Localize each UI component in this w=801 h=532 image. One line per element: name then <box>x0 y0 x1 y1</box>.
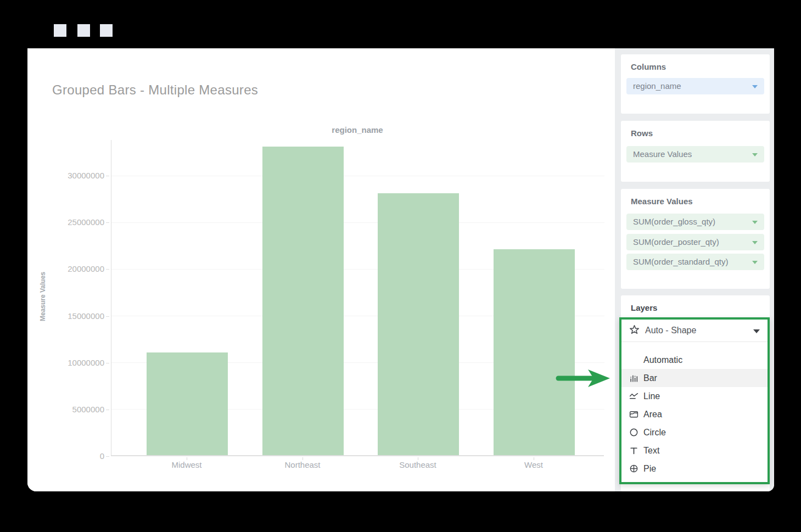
caret-down-icon[interactable] <box>752 85 758 88</box>
y-tick-mark <box>106 176 109 176</box>
pill-label: SUM(order_standard_qty) <box>633 257 728 266</box>
y-tick-mark <box>106 316 109 317</box>
x-tick-label: Southeast <box>374 460 462 469</box>
columns-shelf: Columns region_name <box>621 54 770 114</box>
shape-option-line[interactable]: Line <box>621 387 768 405</box>
shape-option-text[interactable]: Text <box>621 441 768 460</box>
shape-option-label: Bar <box>643 373 657 383</box>
line-chart-icon <box>629 391 643 401</box>
columns-shelf-title: Columns <box>631 62 666 71</box>
caret-down-icon[interactable] <box>752 221 758 224</box>
bar-chart-icon <box>629 373 643 383</box>
x-axis-dimension-label: region_name <box>111 125 604 135</box>
rows-pill-measure-values[interactable]: Measure Values <box>626 146 764 163</box>
pill-label: SUM(order_gloss_qty) <box>633 217 715 226</box>
screenshot-root: Grouped Bars - Multiple Measures region_… <box>0 0 801 532</box>
y-tick-label: 20000000 <box>27 264 104 275</box>
measure-pill-gloss-qty[interactable]: SUM(order_gloss_qty) <box>626 214 764 230</box>
measure-pill-poster-qty[interactable]: SUM(order_poster_qty) <box>626 234 764 250</box>
gridline <box>111 222 604 223</box>
rows-shelf-title: Rows <box>631 128 653 138</box>
y-tick-mark <box>106 363 109 363</box>
y-tick-label: 5000000 <box>27 404 104 415</box>
bar-northeast[interactable] <box>262 147 344 455</box>
shape-option-label: Line <box>643 391 660 401</box>
window-button[interactable] <box>77 24 90 37</box>
pie-chart-icon <box>629 464 643 473</box>
bar-midwest[interactable] <box>147 352 228 455</box>
pill-label: SUM(order_poster_qty) <box>633 237 719 247</box>
x-tick-label: Midwest <box>143 460 231 469</box>
x-tick-mark <box>303 457 303 460</box>
measure-pill-standard-qty[interactable]: SUM(order_standard_qty) <box>626 254 764 270</box>
shape-dropdown-highlight-box: Auto - Shape AutomaticBarLineAreaCircleT… <box>619 317 770 484</box>
shape-select-value: Auto - Shape <box>645 326 696 335</box>
caret-down-icon[interactable] <box>753 329 760 333</box>
chart-canvas: Grouped Bars - Multiple Measures region_… <box>27 48 615 491</box>
x-tick-mark <box>418 457 418 460</box>
y-tick-label: 15000000 <box>27 311 104 322</box>
y-tick-mark <box>106 410 109 410</box>
x-tick-label: Northeast <box>259 460 346 469</box>
shape-option-label: Area <box>643 410 662 419</box>
shape-option-circle[interactable]: Circle <box>621 423 768 441</box>
shelf-sidebar: Columns region_name Rows Measure Values … <box>615 48 774 491</box>
y-tick-label: 30000000 <box>27 170 104 181</box>
measure-values-shelf: Measure Values SUM(order_gloss_qty) SUM(… <box>621 189 770 289</box>
app-content: Grouped Bars - Multiple Measures region_… <box>27 48 774 491</box>
x-tick-mark <box>534 457 534 460</box>
chart-title: Grouped Bars - Multiple Measures <box>52 82 258 98</box>
window-button[interactable] <box>100 24 113 37</box>
shape-select[interactable]: Auto - Shape <box>621 320 768 342</box>
shape-option-label: Text <box>643 446 659 456</box>
y-tick-label: 0 <box>27 451 104 462</box>
bar-southeast[interactable] <box>378 193 459 455</box>
caret-down-icon[interactable] <box>752 241 758 244</box>
caret-down-icon[interactable] <box>752 261 758 264</box>
layers-panel-title: Layers <box>631 303 657 312</box>
x-tick-label: West <box>490 460 578 469</box>
shape-option-label: Automatic <box>643 355 682 365</box>
pill-label: Measure Values <box>633 149 692 159</box>
plot-area <box>111 140 604 456</box>
y-tick-mark <box>106 456 109 457</box>
bar-west[interactable] <box>494 249 575 455</box>
shape-option-label: Circle <box>643 428 666 438</box>
area-chart-icon <box>629 410 643 419</box>
window-button[interactable] <box>54 24 66 37</box>
y-tick-mark <box>106 269 109 270</box>
gridline <box>111 176 604 176</box>
shape-option-pie[interactable]: Pie <box>621 460 768 478</box>
measure-values-shelf-title: Measure Values <box>631 197 693 206</box>
shape-option-bar[interactable]: Bar <box>621 369 768 387</box>
app-window: Grouped Bars - Multiple Measures region_… <box>5 5 796 527</box>
star-icon <box>629 324 640 337</box>
shape-option-area[interactable]: Area <box>621 405 768 423</box>
y-tick-label: 25000000 <box>27 217 104 228</box>
shape-option-label: Pie <box>643 464 656 474</box>
shape-options-menu: AutomaticBarLineAreaCircleTextPie <box>621 342 768 478</box>
circle-shape-icon <box>629 428 643 437</box>
text-shape-icon <box>629 446 643 455</box>
green-arrow-annotation <box>555 367 612 389</box>
y-tick-label: 10000000 <box>27 357 104 368</box>
caret-down-icon[interactable] <box>752 153 758 156</box>
columns-pill-region-name[interactable]: region_name <box>626 78 764 94</box>
shape-option-automatic[interactable]: Automatic <box>621 351 768 369</box>
pill-label: region_name <box>633 81 681 91</box>
rows-shelf: Rows Measure Values <box>621 121 770 182</box>
y-tick-mark <box>106 222 109 223</box>
x-tick-mark <box>187 457 187 460</box>
